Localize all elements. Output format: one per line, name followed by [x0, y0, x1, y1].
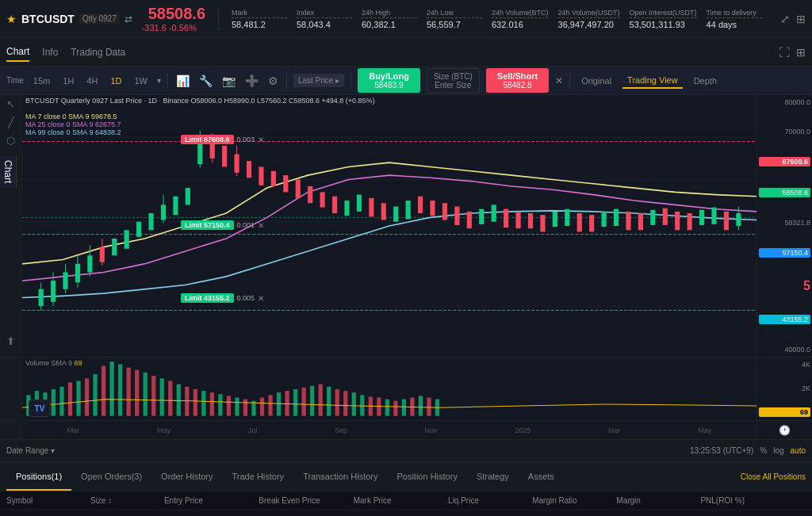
tab-assets[interactable]: Assets — [519, 463, 564, 491]
timeframe-1d[interactable]: 1D — [107, 75, 124, 87]
limit-green-57150-close[interactable]: ✕ — [258, 221, 264, 230]
tab-order-history[interactable]: Order History — [151, 463, 222, 491]
svg-rect-42 — [320, 192, 325, 207]
log-control[interactable]: log — [773, 446, 783, 455]
timeframe-4h[interactable]: 4H — [83, 75, 101, 87]
stat-volume-usdt-label: 24h Volume(USDT) — [558, 9, 620, 18]
shape-tool[interactable]: ⬡ — [6, 135, 15, 147]
clock-icon[interactable]: 🕐 — [779, 425, 791, 436]
svg-rect-22 — [124, 230, 129, 248]
crosshair-icon[interactable]: ➕ — [243, 73, 260, 89]
bar-chart-icon[interactable]: 📊 — [174, 73, 191, 89]
settings-icon[interactable]: ⚙ — [266, 73, 280, 89]
svg-rect-108 — [277, 392, 281, 415]
limit-green-57150-qty: 0.001 — [237, 221, 255, 229]
stat-delivery-value: 44 days — [707, 20, 762, 29]
date-range-button[interactable]: Date Range ▾ — [6, 446, 55, 455]
stat-24h-high-value: 60,382.1 — [362, 20, 417, 29]
star-icon[interactable]: ★ — [6, 13, 17, 25]
svg-rect-27 — [173, 197, 178, 215]
svg-rect-92 — [144, 373, 147, 416]
tab-positions[interactable]: Positions(1) — [6, 463, 71, 491]
svg-rect-126 — [427, 398, 431, 416]
volume-2k: 2K — [759, 384, 810, 392]
svg-rect-88 — [109, 361, 113, 415]
ma-7-label: MA 7 close 0 SMA 9 59678.5 — [25, 113, 121, 120]
stat-24h-low: 24h Low 56,559.7 — [427, 9, 482, 29]
scale-67608: 67608.6 — [759, 157, 810, 166]
svg-rect-95 — [168, 380, 172, 415]
timeframe-15m[interactable]: 15m — [30, 75, 53, 87]
toolbar-sep-1 — [167, 73, 168, 89]
tab-transaction-history[interactable]: Transaction History — [293, 463, 387, 491]
view-trading-view-button[interactable]: Trading View — [622, 73, 683, 89]
svg-rect-65 — [602, 212, 607, 227]
transfer-icon[interactable]: ⇄ — [124, 13, 132, 25]
time-axis-right: 🕐 — [756, 421, 812, 439]
price-change: -331.6 -0.56% — [142, 23, 205, 32]
fullscreen-icon[interactable]: ⛶ — [779, 46, 790, 59]
sell-label: Sell/Short — [497, 71, 538, 81]
svg-rect-28 — [186, 188, 190, 204]
svg-rect-56 — [492, 204, 496, 221]
limit-green-43155-close[interactable]: ✕ — [258, 294, 264, 303]
timeframe-dropdown[interactable]: ▾ — [157, 76, 161, 85]
svg-rect-113 — [319, 384, 323, 416]
svg-rect-52 — [442, 203, 447, 220]
ma-labels: MA 7 close 0 SMA 9 59678.5 MA 25 close 0… — [25, 113, 121, 136]
svg-rect-44 — [344, 201, 349, 216]
size-field[interactable]: Size (BTC) Enter Size — [427, 68, 480, 94]
volume-4k: 4K — [759, 361, 810, 369]
svg-rect-106 — [260, 398, 264, 416]
limit-green-57150: Limit 57150.4 0.001 ✕ — [181, 220, 264, 230]
stat-volume-btc: 24h Volume(BTC) 632.016 — [492, 9, 549, 29]
buy-label: Buy/Long — [369, 71, 409, 81]
svg-rect-90 — [127, 368, 131, 416]
magnet-icon[interactable]: 🔧 — [197, 73, 214, 89]
expand-icon[interactable]: ⤢ — [780, 13, 790, 25]
sell-short-button[interactable]: Sell/Short 58482.8 — [486, 68, 549, 93]
svg-rect-53 — [454, 207, 459, 225]
stat-24h-low-value: 56,559.7 — [427, 20, 482, 29]
tab-trading-data[interactable]: Trading Data — [71, 44, 125, 61]
svg-rect-103 — [235, 398, 239, 416]
layout-icon[interactable]: ⊞ — [796, 13, 806, 25]
tab-position-history[interactable]: Position History — [387, 463, 466, 491]
limit-red-close[interactable]: ✕ — [258, 136, 264, 144]
svg-rect-50 — [418, 197, 423, 213]
tab-chart[interactable]: Chart — [6, 43, 29, 62]
tab-info[interactable]: Info — [42, 44, 58, 61]
limit-green-43155-qty: 0.005 — [237, 294, 255, 302]
scale-58321: 58321.8 — [759, 219, 810, 227]
buy-long-button[interactable]: Buy/Long 58483.9 — [358, 68, 420, 93]
svg-rect-39 — [283, 175, 288, 192]
tradingview-logo: TV — [29, 399, 51, 417]
grid-icon[interactable]: ⊞ — [796, 46, 806, 59]
price-chart-svg — [22, 95, 756, 357]
scroll-up-icon[interactable]: ⬆ — [6, 335, 15, 347]
tab-strategy[interactable]: Strategy — [467, 463, 519, 491]
view-depth-button[interactable]: Depth — [689, 74, 722, 88]
last-price-button[interactable]: Last Price ▸ — [293, 74, 344, 87]
chart-vertical-tab[interactable]: Chart — [0, 155, 17, 188]
sell-close-icon[interactable]: ✕ — [555, 75, 563, 86]
line-tool[interactable]: ╱ — [8, 117, 14, 128]
auto-control[interactable]: auto — [791, 446, 806, 455]
view-original-button[interactable]: Original — [576, 74, 616, 88]
percent-control[interactable]: % — [760, 446, 767, 455]
svg-rect-38 — [271, 171, 276, 186]
volume-69: 69 — [759, 407, 810, 417]
camera-icon[interactable]: 📷 — [220, 73, 237, 89]
svg-rect-67 — [626, 212, 630, 230]
tab-trade-history[interactable]: Trade History — [223, 463, 294, 491]
volume-svg — [22, 357, 756, 420]
sell-price: 58482.8 — [497, 81, 538, 90]
volume-sma-value: 69 — [75, 359, 82, 367]
timeframe-1w[interactable]: 1W — [131, 75, 151, 87]
timeframe-1h[interactable]: 1H — [59, 75, 77, 87]
tab-open-orders[interactable]: Open Orders(3) — [71, 463, 151, 491]
symbol-section: ★ BTCUSDT Qtly 0927 ⇄ — [6, 13, 132, 25]
svg-rect-63 — [577, 213, 582, 231]
close-all-positions-button[interactable]: Close All Positions — [741, 472, 806, 481]
cursor-tool[interactable]: ↖ — [6, 98, 15, 110]
